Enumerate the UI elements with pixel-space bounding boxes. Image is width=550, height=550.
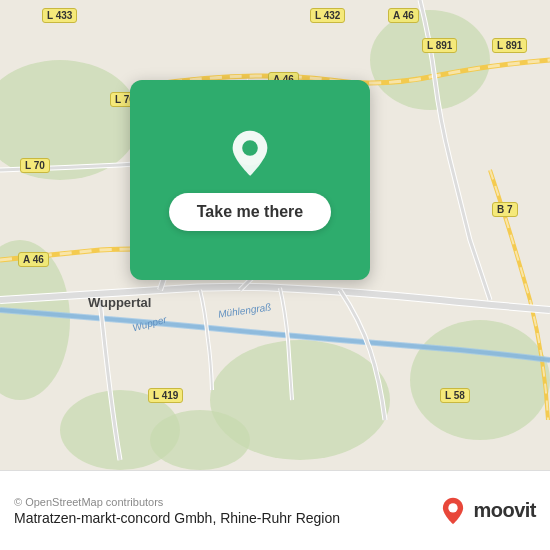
svg-point-3 xyxy=(410,320,550,440)
road-label-A46-bot: A 46 xyxy=(18,252,49,267)
take-me-there-button[interactable]: Take me there xyxy=(169,193,331,231)
svg-point-10 xyxy=(449,503,458,512)
road-label-L432: L 432 xyxy=(310,8,345,23)
road-label-L419: L 419 xyxy=(148,388,183,403)
city-label-wuppertal: Wuppertal xyxy=(88,295,151,310)
road-label-L70-2: L 70 xyxy=(20,158,50,173)
location-pin-icon xyxy=(224,129,276,181)
svg-point-7 xyxy=(150,410,250,470)
road-label-L433: L 433 xyxy=(42,8,77,23)
bottom-bar: © OpenStreetMap contributors Matratzen-m… xyxy=(0,470,550,550)
road-label-L891-1: L 891 xyxy=(422,38,457,53)
location-card: Take me there xyxy=(130,80,370,280)
moovit-brand-label: moovit xyxy=(473,499,536,522)
road-label-L891-2: L 891 xyxy=(492,38,527,53)
svg-point-9 xyxy=(242,140,258,156)
moovit-pin-icon xyxy=(439,497,467,525)
map-attribution: © OpenStreetMap contributors xyxy=(14,496,439,508)
location-name: Matratzen-markt-concord Gmbh, Rhine-Ruhr… xyxy=(14,510,439,526)
road-label-A46-top: A 46 xyxy=(388,8,419,23)
road-label-B7: B 7 xyxy=(492,202,518,217)
road-label-L58: L 58 xyxy=(440,388,470,403)
bottom-info: © OpenStreetMap contributors Matratzen-m… xyxy=(14,496,439,526)
moovit-logo: moovit xyxy=(439,497,536,525)
